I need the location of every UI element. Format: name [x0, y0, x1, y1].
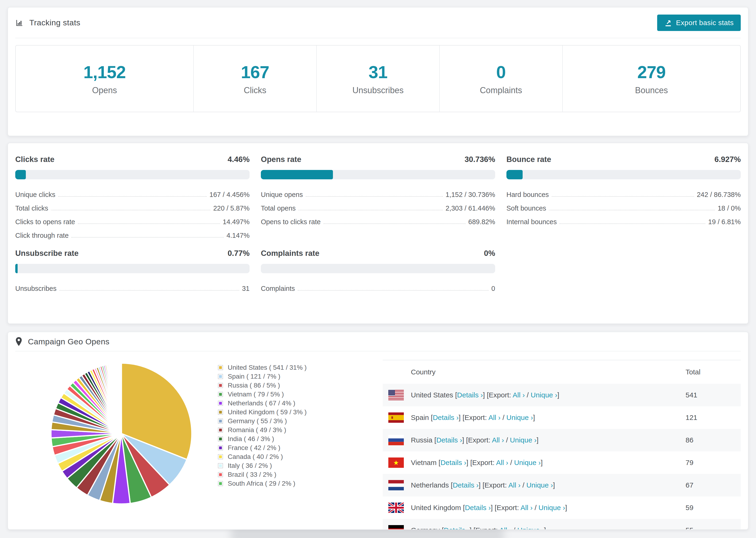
export-icon: [664, 19, 672, 27]
stat-label: Bounces: [635, 85, 668, 95]
details-link[interactable]: Details ›: [457, 391, 483, 399]
geo-pie-chart: [15, 358, 203, 530]
details-link[interactable]: Details ›: [453, 481, 478, 489]
legend-label: India ( 46 / 3% ): [228, 435, 274, 443]
progress-bar-fill: [507, 170, 523, 179]
rate-title: Complaints rate: [261, 249, 319, 258]
details-link[interactable]: Details ›: [441, 459, 466, 466]
rate-title: Clicks rate: [15, 155, 54, 164]
country-total: 55: [685, 526, 741, 530]
bracket: ] [: [491, 504, 497, 511]
nl-flag-icon: [388, 480, 404, 490]
dotted-leader: [58, 196, 207, 197]
country-name: Vietnam [Details ›] [Export: All › / Uni…: [411, 459, 543, 467]
rate-block-clicks-rate: Clicks rate4.46%Unique clicks167 / 4.456…: [15, 155, 249, 240]
stat-value: 1,152: [83, 62, 126, 82]
rate-detail-value: 1,152 / 30.736%: [446, 191, 495, 198]
progress-bar-fill: [261, 170, 333, 179]
details-link[interactable]: Details ›: [465, 504, 491, 511]
country-column-header: Country: [383, 368, 685, 376]
legend-swatch: [218, 401, 223, 406]
legend-swatch: [218, 392, 223, 397]
rate-detail-row: Total opens2,303 / 61.446%: [261, 198, 495, 212]
rate-head: Bounce rate6.927%: [507, 155, 741, 164]
export-label: Export:: [472, 459, 496, 466]
legend-label: Romania ( 49 / 3% ): [228, 426, 286, 434]
geo-opens-card: Campaign Geo Opens United States ( 541 /…: [8, 332, 748, 530]
progress-bar-fill: [15, 264, 18, 273]
country-total: 59: [685, 504, 741, 512]
rate-value: 6.927%: [715, 155, 741, 164]
dotted-leader: [549, 210, 715, 210]
export-all-link[interactable]: All ›: [513, 391, 525, 399]
rate-detail-value: 4.147%: [227, 232, 249, 240]
dotted-leader: [560, 224, 705, 224]
rate-detail-label: Click through rate: [15, 232, 69, 240]
table-row-es: Spain [Details ›] [Export: All › / Uniqu…: [383, 406, 741, 429]
rate-detail-row: Click through rate4.147%: [15, 226, 249, 240]
export-label: Export:: [468, 436, 492, 444]
bracket: [: [429, 413, 433, 421]
export-all-link[interactable]: All ›: [499, 526, 512, 530]
export-all-link[interactable]: All ›: [492, 436, 504, 444]
dotted-leader: [78, 224, 220, 224]
rate-detail-value: 2,303 / 61.446%: [446, 204, 495, 212]
geo-table-body: United States [Details ›] [Export: All ›…: [383, 384, 741, 530]
rate-head: Clicks rate4.46%: [15, 155, 249, 164]
export-unique-link[interactable]: Unique ›: [526, 481, 553, 489]
rate-value: 0%: [484, 249, 495, 258]
details-link[interactable]: Details ›: [436, 436, 462, 444]
bracket: ] [: [466, 459, 472, 466]
stat-cell-bounces: 279Bounces: [563, 45, 740, 112]
export-all-link[interactable]: All ›: [508, 481, 520, 489]
dotted-leader: [324, 224, 465, 224]
export-unique-link[interactable]: Unique ›: [531, 391, 557, 399]
slash: /: [504, 436, 510, 444]
slash: /: [533, 504, 539, 511]
legend-item-united-states: United States ( 541 / 31% ): [218, 363, 383, 372]
rate-detail-row: Unique clicks167 / 4.456%: [15, 185, 249, 198]
legend-item-germany: Germany ( 55 / 3% ): [218, 417, 383, 426]
stat-value: 0: [496, 62, 506, 82]
rate-detail-label: Unique opens: [261, 191, 303, 198]
rate-detail-label: Clicks to opens rate: [15, 218, 75, 226]
table-row-nl: Netherlands [Details ›] [Export: All › /…: [383, 474, 741, 497]
bracket: ] [: [462, 436, 468, 444]
progress-bar-fill: [15, 170, 26, 179]
legend-item-brazil: Brazil ( 33 / 2% ): [218, 470, 383, 479]
rate-detail-value: 220 / 5.87%: [213, 204, 249, 212]
export-basic-stats-button[interactable]: Export basic stats: [657, 15, 741, 31]
details-link[interactable]: Details ›: [433, 413, 459, 421]
legend-swatch: [218, 436, 223, 442]
geo-content: United States ( 541 / 31% )Spain ( 121 /…: [8, 351, 748, 530]
rate-head: Opens rate30.736%: [261, 155, 495, 164]
country-name: Russia [Details ›] [Export: All › / Uniq…: [411, 436, 539, 444]
legend-item-russia: Russia ( 86 / 5% ): [218, 381, 383, 390]
country-name: Spain [Details ›] [Export: All › / Uniqu…: [411, 413, 535, 422]
export-button-label: Export basic stats: [676, 19, 734, 27]
rate-detail-label: Unsubscribes: [15, 285, 57, 293]
export-all-link[interactable]: All ›: [496, 459, 508, 466]
rate-detail-row: Opens to clicks rate689.82%: [261, 212, 495, 226]
dotted-leader: [552, 196, 694, 197]
export-unique-link[interactable]: Unique ›: [517, 526, 544, 530]
export-unique-link[interactable]: Unique ›: [507, 413, 533, 421]
export-unique-link[interactable]: Unique ›: [510, 436, 536, 444]
rate-detail-list: Complaints0: [261, 279, 495, 293]
bracket: ]: [533, 413, 535, 421]
export-all-link[interactable]: All ›: [488, 413, 501, 421]
rate-detail-row: Soft bounces18 / 0%: [507, 198, 741, 212]
progress-bar: [261, 264, 495, 273]
table-row-de: Germany [Details ›] [Export: All › / Uni…: [383, 519, 741, 530]
export-unique-link[interactable]: Unique ›: [514, 459, 541, 466]
bar-chart-icon: [15, 19, 24, 27]
rate-block-opens-rate: Opens rate30.736%Unique opens1,152 / 30.…: [261, 155, 495, 240]
bracket: ]: [541, 459, 543, 466]
legend-label: Netherlands ( 67 / 4% ): [228, 400, 296, 407]
rate-title: Opens rate: [261, 155, 301, 164]
details-link[interactable]: Details ›: [444, 526, 469, 530]
stat-cell-complaints: 0Complaints: [440, 45, 563, 112]
export-all-link[interactable]: All ›: [520, 504, 533, 511]
rate-value: 0.77%: [228, 249, 249, 258]
export-unique-link[interactable]: Unique ›: [539, 504, 565, 511]
